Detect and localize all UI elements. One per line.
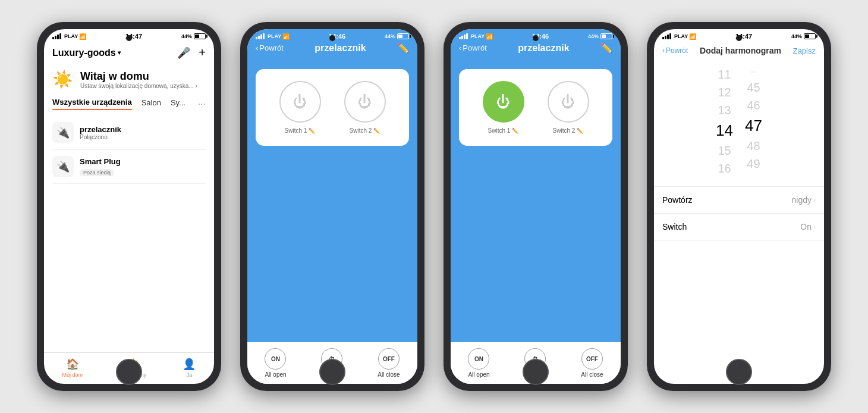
back-label-2: Powrót bbox=[259, 43, 283, 52]
all-open-label-2: All open bbox=[265, 371, 286, 378]
p3-header: PLAY 📶 14:46 44% ‹ Powrót przelacznik ✏️ bbox=[451, 29, 621, 63]
repeat-label: Powtórz bbox=[662, 195, 693, 205]
battery-icon-3 bbox=[600, 33, 612, 39]
device-przelacznik[interactable]: 🔌 przelacznik Połączono bbox=[52, 116, 206, 150]
home-button-3[interactable] bbox=[523, 359, 549, 385]
minutes-column[interactable]: ··· 45 46 47 48 49 bbox=[745, 66, 762, 177]
hour-15[interactable]: 15 bbox=[718, 142, 731, 159]
status-bar-4: PLAY 📶 14:47 44% bbox=[654, 29, 824, 42]
edit-icon-2[interactable]: ✏️ bbox=[397, 42, 409, 54]
hour-11[interactable]: 11 bbox=[718, 66, 731, 83]
switch1-button-2[interactable]: ⏻ bbox=[279, 81, 321, 123]
all-close-label-3: All close bbox=[581, 371, 603, 378]
all-close-label-2: All close bbox=[378, 371, 400, 378]
switch-value: On › bbox=[800, 222, 816, 231]
wifi-icon-2: 📶 bbox=[282, 33, 290, 40]
p3-switch-content: ⏻ Switch 1 ✏️ ⏻ Switch 2 ✏️ bbox=[451, 63, 621, 342]
switch2-label-2: Switch 2 ✏️ bbox=[350, 127, 380, 134]
add-icon[interactable]: + bbox=[199, 46, 206, 60]
time-picker[interactable]: 11 12 13 14 15 16 ··· 45 46 47 48 49 bbox=[654, 60, 824, 187]
switch2-button-2[interactable]: ⏻ bbox=[344, 81, 386, 123]
p3-switch-card: ⏻ Switch 1 ✏️ ⏻ Switch 2 ✏️ bbox=[459, 69, 612, 146]
hour-16[interactable]: 16 bbox=[718, 160, 731, 177]
min-47-selected[interactable]: 47 bbox=[745, 115, 762, 136]
page-title-3: przelacznik bbox=[518, 43, 569, 54]
battery-icon bbox=[194, 33, 206, 39]
battery-icon-2 bbox=[397, 33, 409, 39]
device-tabs: Wszystkie urządzenia Salon Sy... ··· bbox=[44, 93, 214, 112]
device-smart-plug[interactable]: 🔌 Smart Plug Poza siecią bbox=[52, 150, 206, 184]
home-button-1[interactable] bbox=[116, 359, 142, 385]
all-close-btn-3[interactable]: OFF All close bbox=[581, 348, 603, 378]
edit-small-icon-2-3[interactable]: ✏️ bbox=[577, 128, 583, 134]
chevron-down-icon: ▾ bbox=[118, 49, 121, 56]
mic-icon[interactable]: 🎤 bbox=[177, 46, 190, 60]
welcome-sub-text: Ustaw swoją lokalizację domową, uzyska..… bbox=[80, 83, 194, 89]
switch2-label-3: Switch 2 ✏️ bbox=[553, 127, 584, 134]
min-48[interactable]: 48 bbox=[747, 137, 760, 154]
switch2-label-text-3: Switch 2 bbox=[553, 127, 575, 134]
tab-sy[interactable]: Sy... bbox=[171, 98, 185, 109]
edit-icon-3[interactable]: ✏️ bbox=[600, 42, 612, 54]
switch1-label-3: Switch 1 ✏️ bbox=[488, 127, 519, 134]
nav-ja[interactable]: 👤 Ja bbox=[183, 358, 196, 378]
hour-12[interactable]: 12 bbox=[718, 84, 731, 101]
edit-small-icon-2-2[interactable]: ✏️ bbox=[373, 128, 380, 134]
p3-nav-row: ‹ Powrót przelacznik ✏️ bbox=[459, 42, 612, 54]
all-open-circle-2: ON bbox=[265, 348, 286, 370]
phone-1: PLAY 📶 14:47 44% Luxury-goods ▾ 🎤 + ☀️ bbox=[37, 22, 221, 391]
back-button-4[interactable]: ‹ Powrót bbox=[662, 46, 688, 55]
switch-setting-row[interactable]: Switch On › bbox=[654, 214, 824, 240]
all-close-btn-2[interactable]: OFF All close bbox=[378, 348, 400, 378]
switch1-button-3[interactable]: ⏻ bbox=[483, 81, 524, 123]
tab-all-devices[interactable]: Wszystkie urządzenia bbox=[52, 98, 132, 110]
more-tabs-icon[interactable]: ··· bbox=[198, 99, 206, 109]
back-button-3[interactable]: ‹ Powrót bbox=[459, 43, 487, 52]
p4-header: ‹ Powrót Dodaj harmonogram Zapisz bbox=[654, 42, 824, 60]
switch1-label-text-3: Switch 1 bbox=[488, 127, 511, 134]
hours-column[interactable]: 11 12 13 14 15 16 bbox=[716, 66, 733, 177]
hour-13[interactable]: 13 bbox=[718, 102, 731, 118]
hour-14-selected[interactable]: 14 bbox=[716, 120, 733, 141]
all-open-label-3: All open bbox=[468, 371, 489, 378]
min-46[interactable]: 46 bbox=[747, 97, 760, 114]
power-icon-2-2: ⏻ bbox=[358, 93, 372, 110]
min-45[interactable]: 45 bbox=[747, 79, 760, 96]
phone-3: PLAY 📶 14:46 44% ‹ Powrót przelacznik ✏️ bbox=[444, 22, 628, 391]
status-bar-2: PLAY 📶 14:46 44% bbox=[256, 33, 409, 42]
switch1-item-2: ⏻ Switch 1 ✏️ bbox=[279, 81, 321, 134]
min-49[interactable]: 49 bbox=[747, 155, 760, 172]
nav-moj-dom[interactable]: 🏠 Mój dom bbox=[62, 358, 83, 378]
min-dots: ··· bbox=[750, 66, 757, 78]
all-open-btn-3[interactable]: ON All open bbox=[468, 348, 489, 378]
device-icon-switch: 🔌 bbox=[52, 122, 74, 143]
all-open-circle-3: ON bbox=[468, 348, 489, 370]
back-label-4: Powrót bbox=[666, 46, 688, 55]
tab-salon[interactable]: Salon bbox=[141, 98, 161, 109]
switch2-item-3: ⏻ Switch 2 ✏️ bbox=[548, 81, 589, 134]
battery-percent-2: 44% bbox=[385, 33, 395, 39]
device-name-1: przelacznik bbox=[80, 125, 121, 134]
carrier-4: PLAY bbox=[674, 33, 688, 39]
edit-small-icon-1-3[interactable]: ✏️ bbox=[512, 128, 518, 134]
home-button-2[interactable] bbox=[319, 359, 345, 385]
signal-icon bbox=[52, 33, 61, 39]
all-close-circle-2: OFF bbox=[378, 348, 400, 370]
edit-small-icon-1-2[interactable]: ✏️ bbox=[309, 128, 315, 134]
all-close-icon-2: OFF bbox=[383, 356, 395, 362]
repeat-setting-row[interactable]: Powtórz nigdy › bbox=[654, 187, 824, 214]
save-button-4[interactable]: Zapisz bbox=[793, 46, 816, 55]
back-button-2[interactable]: ‹ Powrót bbox=[256, 43, 284, 52]
all-open-btn-2[interactable]: ON All open bbox=[265, 348, 286, 378]
status-bar-3: PLAY 📶 14:46 44% bbox=[459, 33, 612, 42]
time-display: 14:47 bbox=[125, 33, 142, 40]
status-bar-1: PLAY 📶 14:47 44% bbox=[44, 29, 214, 42]
carrier-3: PLAY bbox=[471, 33, 485, 39]
welcome-sub[interactable]: Ustaw swoją lokalizację domową, uzyska..… bbox=[80, 83, 197, 89]
device-icon-plug: 🔌 bbox=[52, 156, 74, 177]
home-button-4[interactable] bbox=[726, 359, 752, 385]
switch2-button-3[interactable]: ⏻ bbox=[548, 81, 589, 123]
home-title[interactable]: Luxury-goods ▾ bbox=[52, 48, 121, 58]
p2-switch-card: ⏻ Switch 1 ✏️ ⏻ Switch 2 ✏️ bbox=[256, 69, 409, 146]
time-2: 14:46 bbox=[329, 33, 345, 40]
